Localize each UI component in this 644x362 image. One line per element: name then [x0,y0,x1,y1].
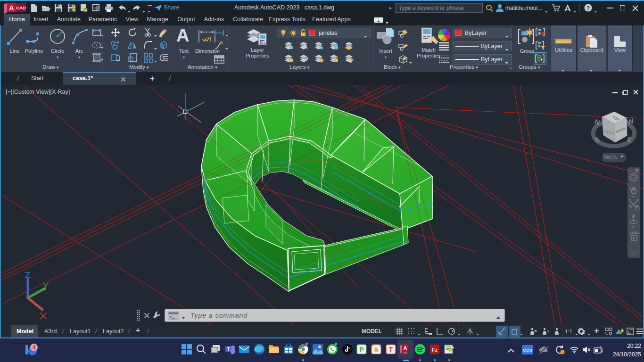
svg-text:P: P [360,346,364,353]
svg-text:4: 4 [33,345,35,350]
svg-text:CCS: CCS [523,348,532,353]
svg-text:A: A [9,4,14,12]
svg-text:CAD: CAD [16,5,26,10]
svg-text:S: S [594,135,601,144]
svg-text:WCS: WCS [604,155,617,160]
svg-text:S: S [374,346,379,353]
svg-text:T: T [389,346,393,353]
svg-text:[−][Custom View][X-Ray]: [−][Custom View][X-Ray] [6,89,70,95]
svg-text:A: A [404,345,407,351]
svg-text:Fz: Fz [432,347,438,353]
svg-text:CAD: CAD [403,352,408,354]
svg-text:T: T [227,346,230,352]
svg-text:?: ? [586,5,590,11]
